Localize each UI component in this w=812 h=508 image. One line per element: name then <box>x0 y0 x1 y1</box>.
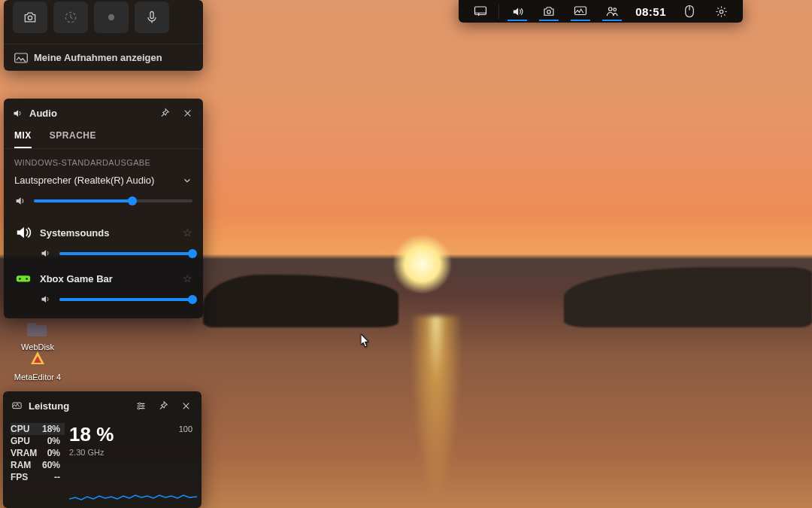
svg-point-13 <box>547 11 551 14</box>
game-bar-control-bar: 08:51 <box>459 0 743 23</box>
history-icon <box>63 10 78 25</box>
app-volume-slider[interactable] <box>59 298 192 301</box>
svg-point-6 <box>19 278 21 280</box>
performance-title: Leistung <box>29 400 69 412</box>
close-icon <box>183 108 192 118</box>
show-captures-button[interactable]: Meine Aufnahmen anzeigen <box>4 44 203 71</box>
graph-ymax: 100 <box>179 424 192 433</box>
svg-point-16 <box>614 8 617 11</box>
svg-point-7 <box>26 278 28 280</box>
performance-icon <box>574 5 587 17</box>
stat-row-cpu[interactable]: CPU 18% <box>11 423 65 435</box>
speaker-icon <box>40 248 52 259</box>
default-output-label: WINDOWS-STANDARDAUSGABE <box>4 149 203 172</box>
performance-widget: Leistung CPU 18% GPU 0% VRAM 0% <box>3 391 201 508</box>
svg-point-19 <box>720 10 723 14</box>
capture-button[interactable] <box>533 0 565 23</box>
app-volume-systemsounds: Systemsounds ☆ <box>4 217 203 263</box>
svg-rect-3 <box>150 12 153 19</box>
svg-point-10 <box>141 405 144 407</box>
pin-icon <box>159 108 170 118</box>
stat-row-ram[interactable]: RAM 60% <box>11 459 65 471</box>
wallpaper-sun-reflection <box>410 316 462 504</box>
mic-toggle-button[interactable] <box>135 2 169 33</box>
clock: 08:51 <box>628 0 674 23</box>
gallery-icon <box>14 53 28 63</box>
app-volume-xbox-game-bar: Xbox Game Bar ☆ <box>4 263 203 309</box>
capture-widget: Meine Aufnahmen anzeigen <box>4 0 203 71</box>
app-name-label: Systemsounds <box>40 227 175 239</box>
desktop-icon-metaeditor[interactable]: MetaEditor 4 <box>8 346 68 382</box>
app-icon <box>26 346 50 370</box>
svg-point-0 <box>28 16 32 20</box>
camera-icon <box>23 10 38 25</box>
xbox-social-button[interactable] <box>596 0 628 23</box>
sliders-icon <box>135 400 147 412</box>
performance-button[interactable] <box>565 0 596 23</box>
social-icon <box>605 5 619 18</box>
stat-list: CPU 18% GPU 0% VRAM 0% RAM 60% FPS -- <box>3 420 65 483</box>
app-volume-slider[interactable] <box>59 252 192 255</box>
speaker-icon <box>511 5 524 18</box>
tab-sprache[interactable]: SPRACHE <box>50 126 96 148</box>
mouse-button[interactable] <box>674 0 705 23</box>
speaker-icon <box>14 224 32 242</box>
widgets-button[interactable] <box>465 0 496 23</box>
performance-icon <box>11 400 23 412</box>
desktop-icon-label: MetaEditor 4 <box>14 373 61 382</box>
close-icon <box>181 401 191 411</box>
tab-mix[interactable]: MIX <box>14 126 32 148</box>
favorite-toggle[interactable]: ☆ <box>183 227 192 239</box>
screenshot-button[interactable] <box>13 2 47 33</box>
gear-icon <box>715 5 728 18</box>
svg-rect-5 <box>17 275 30 281</box>
widgets-icon <box>474 5 487 17</box>
pin-icon <box>158 400 168 411</box>
stat-row-gpu[interactable]: GPU 0% <box>11 435 65 447</box>
audio-button[interactable] <box>501 0 533 23</box>
close-button[interactable] <box>177 397 194 414</box>
output-device-name: Lautsprecher (Realtek(R) Audio) <box>14 175 154 186</box>
mouse-icon <box>684 5 695 18</box>
audio-widget: Audio MIX SPRACHE WINDOWS-STANDARDAUSGAB… <box>4 99 203 318</box>
stat-row-vram[interactable]: VRAM 0% <box>11 447 65 459</box>
close-button[interactable] <box>179 105 195 121</box>
svg-point-15 <box>609 8 613 11</box>
app-name-label: Xbox Game Bar <box>40 273 175 284</box>
pin-button[interactable] <box>156 105 173 121</box>
folder-icon <box>26 316 50 340</box>
xbox-icon <box>14 269 32 287</box>
speaker-icon <box>11 107 23 119</box>
camera-icon <box>542 5 556 18</box>
show-captures-label: Meine Aufnahmen anzeigen <box>34 52 162 63</box>
audio-widget-title: Audio <box>29 108 57 119</box>
svg-point-2 <box>108 14 114 20</box>
svg-point-11 <box>138 407 140 409</box>
speaker-icon <box>14 195 26 207</box>
cpu-sparkline <box>69 485 197 503</box>
current-percentage: 18 % <box>69 423 192 446</box>
wallpaper-landmass <box>203 275 398 327</box>
pin-button[interactable] <box>155 397 171 414</box>
record-icon <box>104 10 119 25</box>
master-volume-slider[interactable] <box>34 199 192 202</box>
favorite-toggle[interactable]: ☆ <box>183 272 192 284</box>
cpu-frequency: 2.30 GHz <box>69 448 192 457</box>
record-last-button[interactable] <box>53 2 88 33</box>
start-record-button[interactable] <box>94 2 129 33</box>
svg-point-9 <box>138 403 141 405</box>
output-device-select[interactable]: Lautsprecher (Realtek(R) Audio) <box>4 172 203 190</box>
settings-button[interactable] <box>705 0 737 23</box>
speaker-icon <box>40 294 52 305</box>
svg-rect-12 <box>475 7 486 15</box>
perf-options-button[interactable] <box>132 397 149 414</box>
mic-icon <box>144 10 159 25</box>
chevron-down-icon <box>182 175 192 186</box>
stat-row-fps[interactable]: FPS -- <box>11 471 65 483</box>
